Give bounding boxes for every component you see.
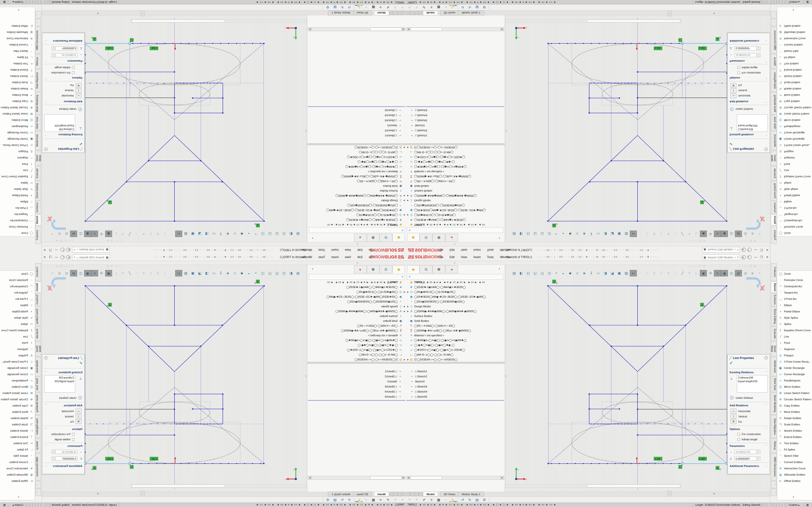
vertex-handle[interactable] bbox=[637, 409, 638, 410]
flyout-stretch-entities[interactable]: ⊢Stretch Entities bbox=[777, 73, 812, 79]
flyout-polygon[interactable]: ∆Polygon bbox=[777, 149, 812, 155]
scroll-left-icon[interactable]: ◀ bbox=[402, 476, 405, 480]
vertical-relation-button[interactable]: |Vertical bbox=[730, 414, 747, 419]
checkbox[interactable] bbox=[737, 72, 740, 74]
tab-sketch[interactable]: Sketch bbox=[35, 214, 41, 225]
search-input[interactable] bbox=[707, 256, 733, 259]
tab-sketch[interactable]: Sketch bbox=[35, 282, 41, 293]
search-icon[interactable]: ⌕ bbox=[75, 256, 79, 259]
tab-evaluate[interactable]: Evaluate bbox=[771, 326, 777, 341]
tab-sheet-metal[interactable]: Sheet Metal bbox=[35, 341, 41, 356]
media-button[interactable]: › bbox=[415, 492, 418, 496]
checkbox[interactable] bbox=[737, 66, 740, 69]
close-button[interactable]: ✕ bbox=[765, 247, 770, 252]
selected-endpoint-handle[interactable] bbox=[681, 43, 683, 44]
vertex-handle[interactable] bbox=[264, 285, 265, 287]
tab-mold-tools[interactable]: Mold Tools bbox=[771, 377, 777, 392]
flyout-polygon[interactable]: ∆Polygon bbox=[777, 352, 812, 358]
media-button[interactable]: « bbox=[402, 11, 406, 15]
vertex-handle[interactable] bbox=[637, 97, 638, 99]
fix-relation-button[interactable]: ΨFix bbox=[70, 83, 82, 88]
markup-grid-icon[interactable]: ▦ bbox=[435, 498, 442, 502]
vertical-relation-button[interactable]: |Vertical bbox=[730, 88, 747, 93]
tab-mold-tools[interactable]: Mold Tools bbox=[35, 115, 41, 130]
media-button[interactable]: › bbox=[394, 492, 397, 496]
propertymanager-tab[interactable]: ⧉ bbox=[420, 234, 433, 242]
tree-item-front-plane[interactable]: ▱◯❖ИИ◉‡+◯✳◉|◯◦◯|◉✳◯+‡◉ИИ❖◯ bbox=[307, 338, 406, 343]
flyout-center-rectangle[interactable]: ▣Center Rectangle bbox=[0, 365, 35, 371]
tree-item-solid-bodies[interactable]: ◼Solid Bodies bbox=[307, 184, 406, 188]
tree-item-sketch3[interactable]: ⌐Sketch3 bbox=[307, 123, 406, 128]
fix-relation-button-icon[interactable]: Ψ bbox=[730, 83, 737, 88]
tab-evaluate[interactable]: Evaluate bbox=[35, 326, 41, 341]
vertex-handle[interactable] bbox=[589, 325, 591, 326]
vertex-handle[interactable] bbox=[174, 71, 175, 73]
flyout-3-point-center-recta-[interactable]: ◇3 Point Center Recta... bbox=[777, 358, 812, 365]
graphics-horizontal-scrollbar[interactable] bbox=[506, 484, 680, 488]
horizontal-relation-button-icon[interactable]: — bbox=[75, 409, 82, 413]
length-parameter-value[interactable]: 10.88152731 bbox=[55, 53, 78, 57]
close-button[interactable]: ✕ bbox=[42, 247, 47, 252]
tree-item-annotations[interactable]: ▶A◯Ƨ5ИИ◉◦❖Α❖◉ИИΑ◯◦◯ΑИИ◉❖Α❖◦◉ИИƧ5◯ bbox=[406, 193, 505, 198]
flyout-extend-entities[interactable]: ⊤Extend Entities bbox=[0, 434, 35, 440]
horizontal-relation-button-icon[interactable]: — bbox=[730, 94, 737, 98]
tree-item-favorites[interactable]: ★◯Ƨ5ƎƐ❖◦‡◉ΛΑΦ◯◦◯ΦΑΛ◉‡◦❖ƎƐƧ5◯ bbox=[406, 285, 505, 289]
tab-sheet-metal[interactable]: Sheet Metal bbox=[771, 151, 777, 166]
doc-tab-model[interactable]: Model bbox=[423, 492, 438, 496]
selected-endpoint-handle[interactable] bbox=[129, 43, 131, 44]
spin-down-icon[interactable]: ▼ bbox=[757, 458, 760, 460]
length-parameter-value[interactable]: 10.88152731 bbox=[55, 450, 78, 454]
flyout-equation-driven-curve[interactable]: ƒEquation Driven Curve bbox=[0, 174, 35, 180]
tab-features[interactable]: Features bbox=[35, 226, 41, 244]
flyout-spline[interactable]: ∾Spline bbox=[777, 180, 812, 186]
displaymanager-tab[interactable]: ◕ bbox=[354, 265, 367, 273]
tree-item-solid-bodies[interactable]: ◼Solid Bodies bbox=[307, 319, 406, 323]
tab-data-migration[interactable]: Data Migration bbox=[771, 69, 777, 92]
flyout-corner-rectangle[interactable]: ▭Corner Rectangle bbox=[777, 130, 812, 136]
vertex-handle[interactable] bbox=[148, 160, 149, 162]
existing-relations-header[interactable]: Existing Relations bbox=[58, 133, 83, 136]
vertex-handle[interactable] bbox=[637, 113, 638, 114]
search-box[interactable]: ▣ ⌕ ▼ bbox=[72, 255, 110, 260]
tab-data-migration[interactable]: Data Migration bbox=[771, 415, 777, 438]
additional-parameters-header[interactable]: Additional Parameters bbox=[53, 40, 83, 43]
tree-item-equations[interactable]: Σ◯Ƨ5ИИ◉◦❖Α∩ɯƎƐ◯◦◯ƎƐɯ∩Α❖◦◉ИИƧ5◯ bbox=[307, 328, 406, 333]
spinner[interactable]: ▲▼ bbox=[51, 457, 55, 461]
graphics-area[interactable]: ▫▫—❐✕ ▫▫—❐✕ ▤◧◰◱◲◳◓◒◆◇◈↧▭◨◪▣▨↩▫⊥Ƃƒ✕∩╱✳⊾◉… bbox=[505, 265, 770, 492]
flyout-parallelogram[interactable]: ▱Parallelogram bbox=[777, 123, 812, 130]
menu-tools[interactable]: Tools bbox=[484, 246, 497, 253]
markup-filter-icon[interactable]: ⋎ bbox=[442, 6, 450, 9]
tree-item-sensors[interactable]: ◉◯Ƨ5❖ƎƐƧ5◯ИИ◉◦❖ƆƎ∩ƎƐƧ5◯◦◯Ƨ5ƎƐ∩ƎƆ❖◦◉ИИ◯ bbox=[307, 208, 406, 213]
tree-splitter[interactable] bbox=[406, 362, 505, 363]
vertex-handle[interactable] bbox=[222, 325, 223, 326]
tree-item-history[interactable]: ▶◷◯Я‡◉❖Ƨ5◦Ω◯◦◯Ω◦Ƨ5❖◉‡Я◯ bbox=[406, 289, 505, 294]
displaymanager-tab[interactable]: ◕ bbox=[354, 234, 367, 242]
flyout-intersection-curve[interactable]: ≋Intersection Curve bbox=[777, 36, 812, 42]
tree-item-design-binder[interactable]: ▶▯Design Binder bbox=[406, 198, 505, 203]
flyout-point[interactable]: ▪Point bbox=[0, 340, 35, 346]
flyout-3-point-arc[interactable]: ◡3 Point Arc bbox=[0, 205, 35, 211]
flyout-offset-entities[interactable]: ⊏Offset Entities bbox=[0, 478, 35, 484]
flyout-centerpoint-arc[interactable]: ◠Centerpoint Arc bbox=[777, 283, 812, 289]
flyout-centerpoint-arc[interactable]: ◠Centerpoint Arc bbox=[0, 283, 35, 289]
tree-item-right-plane[interactable]: ▱◯❖Ω⅁Ɔ◦‡◯✳◉|◯◦◯|◉✳◯‡◦Ɔ⅁Ω❖◯ bbox=[307, 347, 406, 352]
scroll-thumb[interactable] bbox=[132, 485, 225, 488]
scroll-thumb[interactable] bbox=[370, 27, 402, 31]
flyout-copy-entities[interactable]: ⧉Copy Entities bbox=[0, 402, 35, 409]
angle-parameter[interactable]: ∠0.00000000°▲▼ bbox=[729, 46, 761, 51]
tree-item-sketch2[interactable]: ⌐(-) Sketch2 bbox=[307, 128, 406, 133]
search-input[interactable] bbox=[79, 248, 105, 251]
vertex-handle[interactable] bbox=[547, 285, 549, 287]
expand-arrow-icon[interactable]: ▶ bbox=[406, 358, 409, 361]
vertical-relation-button-icon[interactable]: | bbox=[75, 414, 82, 418]
additional-parameters-header[interactable]: Additional Parameters bbox=[729, 464, 759, 467]
option-for-construction[interactable]: For construction bbox=[737, 71, 761, 75]
media-button[interactable]: « bbox=[402, 492, 406, 496]
media-button[interactable]: « bbox=[406, 492, 410, 496]
restore-button[interactable]: ❐ bbox=[48, 247, 53, 252]
tree-item-design-binder[interactable]: ▶▯Design Binder bbox=[307, 198, 406, 203]
menu-tools[interactable]: Tools bbox=[484, 253, 497, 261]
expand-arrow-icon[interactable]: ▶ bbox=[406, 214, 409, 216]
vertex-handle[interactable] bbox=[174, 221, 175, 222]
option-infinite-length[interactable]: Infinite length bbox=[737, 437, 757, 442]
